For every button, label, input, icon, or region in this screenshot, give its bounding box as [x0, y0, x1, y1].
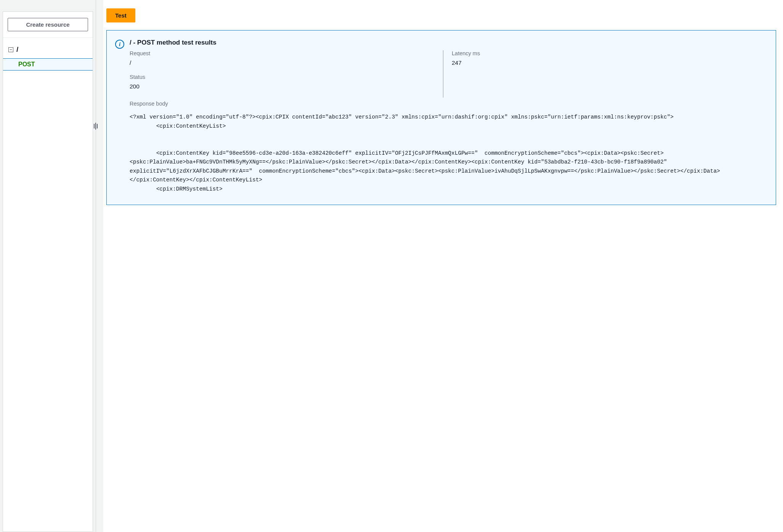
resource-sidebar: Create resource − / POST [0, 0, 96, 532]
metrics-left-col: Request / Status 200 [130, 50, 443, 98]
request-label: Request [130, 50, 435, 56]
test-button[interactable]: Test [106, 8, 135, 22]
resource-root[interactable]: − / [3, 43, 93, 56]
status-value: 200 [130, 83, 435, 90]
status-label: Status [130, 74, 435, 80]
info-icon: i [115, 40, 124, 49]
create-resource-button[interactable]: Create resource [8, 18, 88, 31]
pane-splitter [96, 0, 103, 532]
resource-panel: Create resource − / POST [3, 11, 93, 532]
request-value: / [130, 59, 435, 66]
main-panel: Test i / - POST method test results Requ… [103, 0, 783, 532]
latency-label: Latency ms [452, 50, 757, 56]
method-post-label: POST [18, 61, 35, 67]
collapse-icon[interactable]: − [8, 47, 13, 52]
resource-root-label: / [16, 45, 18, 54]
test-results-box: i / - POST method test results Request /… [106, 30, 776, 205]
create-resource-wrap: Create resource [3, 12, 93, 38]
info-icon-glyph: i [119, 42, 120, 47]
latency-value: 247 [452, 59, 757, 66]
metrics-right-col: Latency ms 247 [443, 50, 765, 98]
minus-glyph: − [10, 48, 12, 52]
metrics-row: Request / Status 200 Latency ms 247 [130, 50, 765, 98]
test-results-title: / - POST method test results [130, 39, 765, 46]
response-body-value: <?xml version="1.0" encoding="utf-8"?><c… [130, 113, 765, 194]
resource-tree: − / POST [3, 38, 93, 71]
drag-handle-icon[interactable] [93, 123, 98, 130]
test-results-content: / - POST method test results Request / S… [130, 39, 765, 194]
method-post[interactable]: POST [3, 58, 93, 71]
response-body-label: Response body [130, 101, 765, 107]
